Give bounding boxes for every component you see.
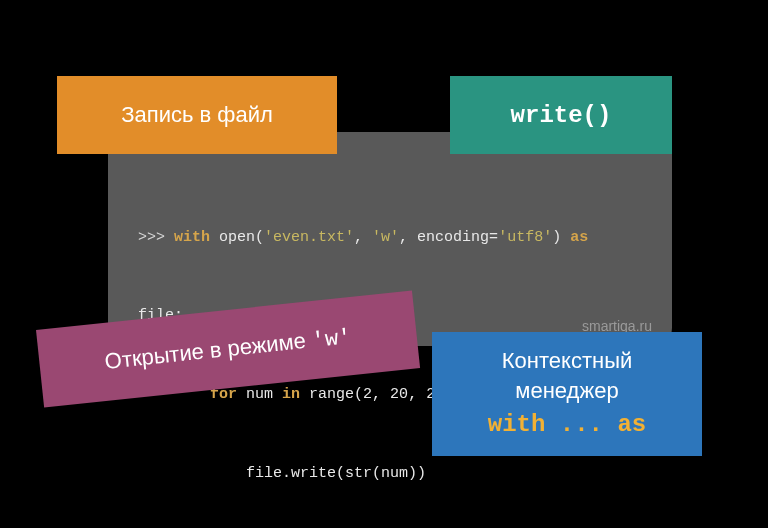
sep: , bbox=[354, 229, 372, 246]
tok: num bbox=[237, 386, 282, 403]
sep: , bbox=[372, 386, 390, 403]
sep: , encoding= bbox=[399, 229, 498, 246]
num: 2 bbox=[363, 386, 372, 403]
code-line-4: file.write(str(num)) bbox=[138, 461, 642, 487]
kw-with: with bbox=[174, 229, 210, 246]
arg-filename: 'even.txt' bbox=[264, 229, 354, 246]
label-prefix: Открытие в режиме bbox=[103, 327, 313, 374]
label-write-function: write() bbox=[450, 76, 672, 154]
tok-open: open( bbox=[210, 229, 264, 246]
sep: , bbox=[408, 386, 426, 403]
label-mono: 'w' bbox=[311, 325, 353, 354]
code-line-1: >>> with open('even.txt', 'w', encoding=… bbox=[138, 225, 642, 251]
label-mono: with ... as bbox=[488, 409, 646, 441]
label-text: Запись в файл bbox=[121, 102, 273, 128]
kw-in: in bbox=[282, 386, 300, 403]
label-text: Открытие в режиме 'w' bbox=[103, 323, 352, 376]
arg-mode: 'w' bbox=[372, 229, 399, 246]
label-text: write() bbox=[511, 102, 612, 129]
kw-as: as bbox=[570, 229, 588, 246]
tok-range: range( bbox=[300, 386, 363, 403]
prompt: >>> bbox=[138, 229, 174, 246]
label-line: менеджер bbox=[515, 376, 618, 406]
tok-write: file.write(str(num)) bbox=[246, 465, 426, 482]
label-context-manager: Контекстный менеджер with ... as bbox=[432, 332, 702, 456]
indent bbox=[138, 465, 246, 482]
arg-encoding: 'utf8' bbox=[498, 229, 552, 246]
label-write-to-file: Запись в файл bbox=[57, 76, 337, 154]
num: 20 bbox=[390, 386, 408, 403]
tok-close: ) bbox=[552, 229, 570, 246]
label-line: Контекстный bbox=[502, 346, 632, 376]
